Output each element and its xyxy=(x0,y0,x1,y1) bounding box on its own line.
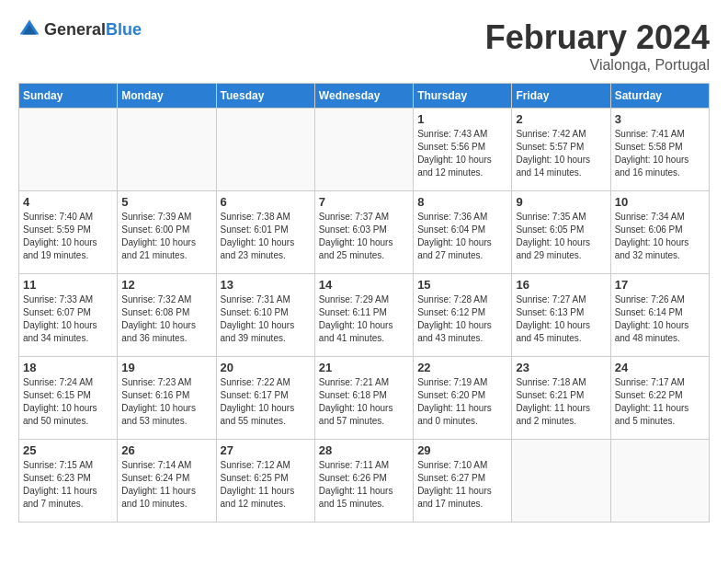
calendar-cell: 11Sunrise: 7:33 AM Sunset: 6:07 PM Dayli… xyxy=(19,274,118,357)
calendar-cell: 23Sunrise: 7:18 AM Sunset: 6:21 PM Dayli… xyxy=(512,357,610,440)
calendar-header-row: SundayMondayTuesdayWednesdayThursdayFrid… xyxy=(19,84,710,109)
calendar-cell: 29Sunrise: 7:10 AM Sunset: 6:27 PM Dayli… xyxy=(414,440,512,523)
day-number: 11 xyxy=(23,278,113,292)
day-info: Sunrise: 7:38 AM Sunset: 6:01 PM Dayligh… xyxy=(221,211,311,262)
calendar-cell: 26Sunrise: 7:14 AM Sunset: 6:24 PM Dayli… xyxy=(118,440,216,523)
logo-general-text: General xyxy=(44,20,106,39)
day-info: Sunrise: 7:36 AM Sunset: 6:04 PM Dayligh… xyxy=(417,211,507,262)
calendar-cell: 1Sunrise: 7:43 AM Sunset: 5:56 PM Daylig… xyxy=(414,109,512,191)
month-title: February 2024 xyxy=(485,18,710,57)
calendar-week-row: 18Sunrise: 7:24 AM Sunset: 6:15 PM Dayli… xyxy=(19,357,710,440)
day-number: 20 xyxy=(221,361,311,374)
day-info: Sunrise: 7:15 AM Sunset: 6:23 PM Dayligh… xyxy=(23,459,113,511)
weekday-header: Tuesday xyxy=(216,84,314,109)
calendar-cell: 27Sunrise: 7:12 AM Sunset: 6:25 PM Dayli… xyxy=(216,440,314,523)
day-info: Sunrise: 7:14 AM Sunset: 6:24 PM Dayligh… xyxy=(121,459,211,511)
calendar-cell xyxy=(19,109,118,191)
calendar-cell: 9Sunrise: 7:35 AM Sunset: 6:05 PM Daylig… xyxy=(512,191,610,274)
calendar-cell: 7Sunrise: 7:37 AM Sunset: 6:03 PM Daylig… xyxy=(314,191,413,274)
weekday-header: Monday xyxy=(118,84,216,109)
day-number: 1 xyxy=(417,112,507,126)
day-number: 18 xyxy=(23,361,113,374)
calendar-week-row: 4Sunrise: 7:40 AM Sunset: 5:59 PM Daylig… xyxy=(19,191,710,274)
day-info: Sunrise: 7:35 AM Sunset: 6:05 PM Dayligh… xyxy=(516,211,606,262)
calendar-cell: 24Sunrise: 7:17 AM Sunset: 6:22 PM Dayli… xyxy=(610,357,709,440)
calendar-week-row: 1Sunrise: 7:43 AM Sunset: 5:56 PM Daylig… xyxy=(19,109,710,191)
calendar-week-row: 25Sunrise: 7:15 AM Sunset: 6:23 PM Dayli… xyxy=(19,440,710,523)
weekday-header: Saturday xyxy=(610,84,709,109)
day-info: Sunrise: 7:18 AM Sunset: 6:21 PM Dayligh… xyxy=(516,376,606,428)
day-info: Sunrise: 7:12 AM Sunset: 6:25 PM Dayligh… xyxy=(221,459,311,511)
day-number: 14 xyxy=(319,278,409,292)
calendar-cell: 14Sunrise: 7:29 AM Sunset: 6:11 PM Dayli… xyxy=(314,274,413,357)
weekday-header: Thursday xyxy=(414,84,512,109)
weekday-header: Wednesday xyxy=(314,84,413,109)
logo-icon xyxy=(18,18,40,40)
calendar-cell: 19Sunrise: 7:23 AM Sunset: 6:16 PM Dayli… xyxy=(118,357,216,440)
day-info: Sunrise: 7:22 AM Sunset: 6:17 PM Dayligh… xyxy=(221,376,311,428)
day-info: Sunrise: 7:21 AM Sunset: 6:18 PM Dayligh… xyxy=(319,376,409,428)
weekday-header: Sunday xyxy=(19,84,118,109)
day-info: Sunrise: 7:26 AM Sunset: 6:14 PM Dayligh… xyxy=(615,293,705,345)
calendar-cell: 13Sunrise: 7:31 AM Sunset: 6:10 PM Dayli… xyxy=(216,274,314,357)
calendar-cell: 10Sunrise: 7:34 AM Sunset: 6:06 PM Dayli… xyxy=(610,191,709,274)
day-info: Sunrise: 7:27 AM Sunset: 6:13 PM Dayligh… xyxy=(516,293,606,345)
day-info: Sunrise: 7:41 AM Sunset: 5:58 PM Dayligh… xyxy=(615,128,705,179)
calendar-cell: 17Sunrise: 7:26 AM Sunset: 6:14 PM Dayli… xyxy=(610,274,709,357)
day-number: 24 xyxy=(615,361,705,374)
calendar-cell xyxy=(610,440,709,523)
day-number: 6 xyxy=(221,195,311,209)
day-number: 5 xyxy=(121,195,211,209)
day-number: 26 xyxy=(121,443,211,457)
day-number: 3 xyxy=(615,112,705,126)
day-info: Sunrise: 7:32 AM Sunset: 6:08 PM Dayligh… xyxy=(121,293,211,345)
calendar-cell: 25Sunrise: 7:15 AM Sunset: 6:23 PM Dayli… xyxy=(19,440,118,523)
day-info: Sunrise: 7:29 AM Sunset: 6:11 PM Dayligh… xyxy=(319,293,409,345)
calendar-cell: 4Sunrise: 7:40 AM Sunset: 5:59 PM Daylig… xyxy=(19,191,118,274)
day-info: Sunrise: 7:24 AM Sunset: 6:15 PM Dayligh… xyxy=(23,376,113,428)
calendar-cell xyxy=(216,109,314,191)
page-header: GeneralBlue February 2024 Vialonga, Port… xyxy=(18,18,710,74)
calendar-week-row: 11Sunrise: 7:33 AM Sunset: 6:07 PM Dayli… xyxy=(19,274,710,357)
calendar-cell xyxy=(512,440,610,523)
day-info: Sunrise: 7:39 AM Sunset: 6:00 PM Dayligh… xyxy=(121,211,211,262)
calendar-cell: 18Sunrise: 7:24 AM Sunset: 6:15 PM Dayli… xyxy=(19,357,118,440)
day-number: 13 xyxy=(221,278,311,292)
day-number: 29 xyxy=(417,443,507,457)
day-number: 7 xyxy=(319,195,409,209)
weekday-header: Friday xyxy=(512,84,610,109)
day-info: Sunrise: 7:10 AM Sunset: 6:27 PM Dayligh… xyxy=(417,459,507,511)
day-number: 25 xyxy=(23,443,113,457)
day-info: Sunrise: 7:19 AM Sunset: 6:20 PM Dayligh… xyxy=(417,376,507,428)
calendar-cell: 12Sunrise: 7:32 AM Sunset: 6:08 PM Dayli… xyxy=(118,274,216,357)
day-number: 9 xyxy=(516,195,606,209)
day-number: 21 xyxy=(319,361,409,374)
day-number: 4 xyxy=(23,195,113,209)
calendar-cell xyxy=(314,109,413,191)
day-info: Sunrise: 7:42 AM Sunset: 5:57 PM Dayligh… xyxy=(516,128,606,179)
day-info: Sunrise: 7:40 AM Sunset: 5:59 PM Dayligh… xyxy=(23,211,113,262)
calendar-cell: 2Sunrise: 7:42 AM Sunset: 5:57 PM Daylig… xyxy=(512,109,610,191)
day-number: 17 xyxy=(615,278,705,292)
day-number: 12 xyxy=(121,278,211,292)
calendar-cell: 6Sunrise: 7:38 AM Sunset: 6:01 PM Daylig… xyxy=(216,191,314,274)
calendar-cell: 20Sunrise: 7:22 AM Sunset: 6:17 PM Dayli… xyxy=(216,357,314,440)
day-info: Sunrise: 7:31 AM Sunset: 6:10 PM Dayligh… xyxy=(221,293,311,345)
day-number: 27 xyxy=(221,443,311,457)
day-number: 15 xyxy=(417,278,507,292)
calendar-cell: 15Sunrise: 7:28 AM Sunset: 6:12 PM Dayli… xyxy=(414,274,512,357)
calendar-cell xyxy=(118,109,216,191)
calendar-cell: 8Sunrise: 7:36 AM Sunset: 6:04 PM Daylig… xyxy=(414,191,512,274)
calendar-cell: 21Sunrise: 7:21 AM Sunset: 6:18 PM Dayli… xyxy=(314,357,413,440)
calendar-cell: 28Sunrise: 7:11 AM Sunset: 6:26 PM Dayli… xyxy=(314,440,413,523)
day-number: 2 xyxy=(516,112,606,126)
day-info: Sunrise: 7:23 AM Sunset: 6:16 PM Dayligh… xyxy=(121,376,211,428)
logo-blue-text: Blue xyxy=(106,20,142,39)
day-info: Sunrise: 7:37 AM Sunset: 6:03 PM Dayligh… xyxy=(319,211,409,262)
day-number: 22 xyxy=(417,361,507,374)
day-info: Sunrise: 7:43 AM Sunset: 5:56 PM Dayligh… xyxy=(417,128,507,179)
calendar-cell: 16Sunrise: 7:27 AM Sunset: 6:13 PM Dayli… xyxy=(512,274,610,357)
calendar-cell: 5Sunrise: 7:39 AM Sunset: 6:00 PM Daylig… xyxy=(118,191,216,274)
location: Vialonga, Portugal xyxy=(485,57,710,74)
title-area: February 2024 Vialonga, Portugal xyxy=(485,18,710,74)
